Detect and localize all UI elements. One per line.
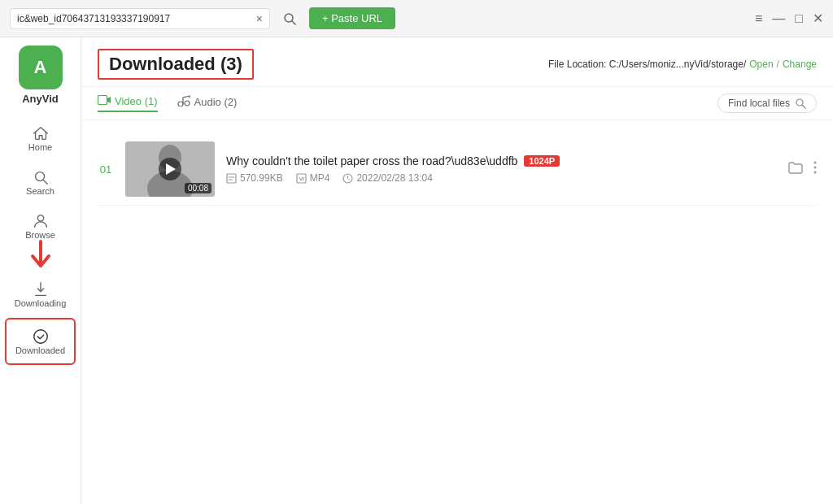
content-area: Downloaded (3) File Location: C:/Users/m… [81,37,833,504]
video-meta: 570.99KB MP4 [226,172,776,184]
video-tab-label: Video (1) [115,95,158,107]
sidebar-item-search[interactable]: Search [0,160,81,204]
open-location-link[interactable]: Open [749,59,773,70]
video-actions [787,160,817,179]
svg-rect-14 [227,174,236,183]
tab-close-icon[interactable]: × [256,12,263,25]
window-menu-icon[interactable]: ≡ [755,11,762,26]
play-button[interactable] [159,158,181,180]
content-header: Downloaded (3) File Location: C:/Users/m… [81,37,833,87]
svg-point-17 [814,161,817,163]
svg-rect-15 [297,174,306,183]
file-location-path: File Location: C:/Users/moniz...nyVid/st… [548,59,746,70]
file-location: File Location: C:/Users/moniz...nyVid/st… [548,59,817,70]
downloaded-icon [32,328,50,345]
duration-badge: 00:08 [185,183,212,193]
format-meta: MP4 [296,172,330,184]
browse-icon [32,212,50,230]
svg-point-5 [33,330,47,344]
video-list: 01 00:08 [81,120,833,504]
open-folder-button[interactable] [787,160,804,179]
file-size-value: 570.99KB [240,172,283,184]
sidebar-item-downloaded[interactable]: Downloaded [5,318,76,365]
svg-rect-6 [98,96,107,105]
svg-point-8 [185,101,190,106]
window-close-icon[interactable]: ✕ [813,11,823,26]
search-icon-button[interactable] [277,6,303,32]
window-controls: ≡ — □ ✕ [755,11,823,26]
svg-line-1 [292,21,295,24]
url-tab-text: ic&web_id70643713193337190917 [17,13,251,24]
app-logo: A [19,46,63,89]
sidebar-item-downloading[interactable]: Downloading [0,272,81,316]
item-number: 01 [98,163,114,176]
video-tab-icon [98,94,111,107]
svg-point-2 [35,172,44,181]
svg-point-4 [37,215,43,221]
svg-point-7 [178,102,183,106]
nav-arrow [29,240,52,272]
window-minimize-icon[interactable]: — [772,11,785,26]
window-maximize-icon[interactable]: □ [795,11,803,26]
play-icon [166,163,176,175]
tab-bar: Video (1) Audio (2) Find local files [81,87,833,120]
date-meta: 2022/02/28 13:04 [342,172,432,184]
search-icon [283,12,296,25]
file-size-meta: 570.99KB [226,172,283,184]
audio-tab-icon [177,95,190,109]
sidebar: A AnyVid Home Search Browse [0,37,81,504]
paste-url-button[interactable]: + Paste URL [309,7,395,29]
sidebar-item-home[interactable]: Home [0,116,81,160]
video-title: Why couldn't the toilet paper cross the … [226,154,517,167]
sidebar-item-browse[interactable]: Browse [0,204,81,248]
video-thumbnail[interactable]: 00:08 [125,141,215,197]
filesize-icon [226,173,237,184]
svg-line-10 [802,105,805,108]
find-local-label: Find local files [728,98,790,109]
tab-audio[interactable]: Audio (2) [177,95,238,112]
main-layout: A AnyVid Home Search Browse [0,37,833,504]
home-icon [32,124,50,142]
video-info: Why couldn't the toilet paper cross the … [226,154,776,184]
audio-tab-label: Audio (2) [194,96,238,108]
svg-line-3 [43,180,47,185]
more-options-button[interactable] [813,160,817,179]
title-bar: ic&web_id70643713193337190917 × + Paste … [0,0,833,37]
format-icon [296,173,307,184]
browse-label: Browse [25,230,55,240]
app-name: AnyVid [22,93,59,105]
downloading-label: Downloading [15,298,67,308]
date-icon [342,173,353,184]
quality-badge: 1024P [524,155,560,167]
svg-point-18 [814,166,817,168]
find-local-search-icon [795,98,806,109]
video-title-row: Why couldn't the toilet paper cross the … [226,154,776,167]
url-tab[interactable]: ic&web_id70643713193337190917 × [10,8,270,29]
date-value: 2022/02/28 13:04 [356,172,432,184]
change-location-link[interactable]: Change [783,59,817,70]
svg-point-19 [814,171,817,173]
home-label: Home [28,142,52,152]
separator: / [777,59,779,70]
downloaded-label: Downloaded [15,345,65,355]
downloading-icon [32,280,50,298]
search-nav-icon [32,168,50,186]
downloaded-title: Downloaded (3) [98,49,254,80]
format-value: MP4 [310,172,330,184]
search-label: Search [26,186,55,196]
tab-video[interactable]: Video (1) [98,94,158,112]
table-row: 01 00:08 [98,133,817,206]
find-local-files-button[interactable]: Find local files [717,93,817,113]
logo-letter: A [34,57,47,78]
